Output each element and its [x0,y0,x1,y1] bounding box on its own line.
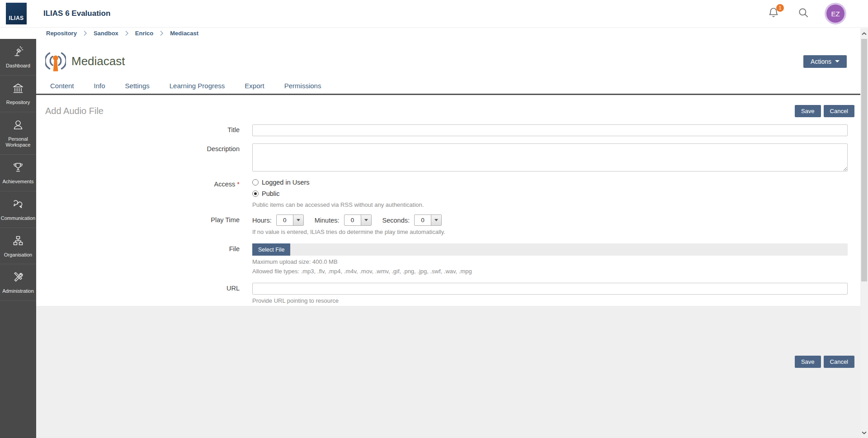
hours-select[interactable]: 0 [276,214,304,226]
radio-logged-in-users[interactable] [252,179,259,186]
avatar[interactable]: EZ [826,5,844,23]
actions-button[interactable]: Actions [803,55,847,68]
breadcrumb-sandbox[interactable]: Sandbox [94,30,118,37]
page-title: Mediacast [71,54,125,68]
sidebar-item-label: Organisation [4,252,32,258]
lamp-icon [12,45,24,60]
access-option-public[interactable]: Public [252,190,848,197]
sidebar-item-organisation[interactable]: Organisation [0,228,36,265]
radio-public[interactable] [252,190,259,197]
minutes-value: 0 [344,215,361,225]
file-types-help: Allowed file types: .mp3, .flv, .mp4, .m… [252,268,848,275]
chevron-down-icon [431,215,441,225]
access-field-label: Access * [36,179,252,208]
title-field-label: Title [36,124,252,136]
chevron-right-icon [83,30,87,36]
scroll-up-icon[interactable] [860,30,868,37]
installation-title: ILIAS 6 Evaluation [43,9,110,18]
minutes-select[interactable]: 0 [344,214,372,226]
url-help-text: Provide URL pointing to resource [252,297,848,304]
tab-content[interactable]: Content [46,80,78,94]
topbar-actions: 1 EZ [767,5,850,23]
breadcrumb: Repository Sandbox Enrico Mediacast [0,27,868,39]
sidebar-item-administration[interactable]: Administration [0,264,36,301]
trophy-icon [12,161,24,176]
title-input[interactable] [252,124,848,136]
file-field-label: File [36,243,252,275]
playtime-field-label: Play Time [36,214,252,235]
breadcrumb-enrico[interactable]: Enrico [135,30,153,37]
access-label-text: Access [214,181,236,188]
sidebar-item-achievements[interactable]: Achievements [0,155,36,191]
tab-learning-progress[interactable]: Learning Progress [165,80,229,94]
hours-label: Hours: [252,217,272,224]
breadcrumb-repository[interactable]: Repository [46,30,77,37]
file-upload-bar: Select File [252,243,848,256]
person-icon [12,119,24,133]
sidebar-item-personal-workspace[interactable]: Personal Workspace [0,112,36,155]
tab-export[interactable]: Export [241,80,268,94]
required-marker: * [237,181,240,188]
ilias-logo-text: ILIAS [9,15,24,21]
sidebar-item-communication[interactable]: Communication [0,191,36,228]
chevron-down-icon [293,215,303,225]
tab-settings[interactable]: Settings [121,80,154,94]
save-button-top[interactable]: Save [795,105,821,117]
cancel-button-bottom[interactable]: Cancel [824,356,854,368]
ilias-logo[interactable]: ILIAS [6,3,27,24]
file-maxsize-help: Maximum upload size: 400.0 MB [252,258,848,265]
chevron-right-icon [160,30,164,36]
vertical-scrollbar[interactable] [860,28,868,438]
sidebar-item-label: Repository [6,100,30,106]
tab-info[interactable]: Info [90,80,109,94]
chevron-right-icon [125,30,129,36]
orgchart-icon [12,234,24,249]
search-button[interactable] [797,7,810,20]
playtime-help-text: If no value is entered, ILIAS tries do d… [252,229,848,235]
seconds-value: 0 [415,215,431,225]
sidebar-item-label: Dashboard [6,63,30,69]
chat-icon [12,198,24,212]
description-textarea[interactable] [252,143,848,171]
main-sidebar: Dashboard Repository Personal Workspace [0,39,36,438]
minutes-label: Minutes: [315,217,340,224]
actions-button-label: Actions [811,58,831,65]
save-button-bottom[interactable]: Save [795,356,821,368]
radio-label: Public [262,190,280,197]
seconds-label: Seconds: [382,217,410,224]
cancel-button-top[interactable]: Cancel [824,105,854,117]
hours-value: 0 [277,215,293,225]
url-field-label: URL [36,283,252,304]
bank-icon [12,82,24,96]
sidebar-item-label: Personal Workspace [2,136,34,149]
top-bar: ILIAS ILIAS 6 Evaluation 1 EZ [0,0,868,27]
tab-permissions[interactable]: Permissions [280,80,326,94]
mediacast-broadcast-icon [45,51,66,72]
caret-down-icon [835,60,840,62]
scroll-down-icon[interactable] [860,429,868,436]
sidebar-item-repository[interactable]: Repository [0,76,36,112]
url-input[interactable] [252,283,848,295]
chevron-down-icon [361,215,371,225]
access-help-text: Public items can be accessed via RSS wit… [252,201,848,208]
main-content: Mediacast Actions Content Info Settings … [36,39,868,438]
select-file-button[interactable]: Select File [252,243,290,256]
page-footer-area: Save Cancel [36,306,868,438]
search-icon [797,7,809,20]
radio-label: Logged in Users [262,179,310,186]
breadcrumb-mediacast[interactable]: Mediacast [170,30,198,37]
sidebar-item-dashboard[interactable]: Dashboard [0,39,36,76]
form-heading: Add Audio File [45,106,104,116]
notification-badge: 1 [776,4,784,12]
sidebar-item-label: Communication [1,215,35,222]
object-tabs: Content Info Settings Learning Progress … [36,80,868,95]
description-field-label: Description [36,143,252,173]
access-option-logged-in-users[interactable]: Logged in Users [252,179,848,186]
tools-icon [12,271,24,285]
sidebar-item-label: Administration [2,288,34,295]
scrollbar-thumb[interactable] [861,39,867,281]
sidebar-item-label: Achievements [2,179,33,185]
notifications-button[interactable]: 1 [767,7,780,20]
seconds-select[interactable]: 0 [414,214,442,226]
